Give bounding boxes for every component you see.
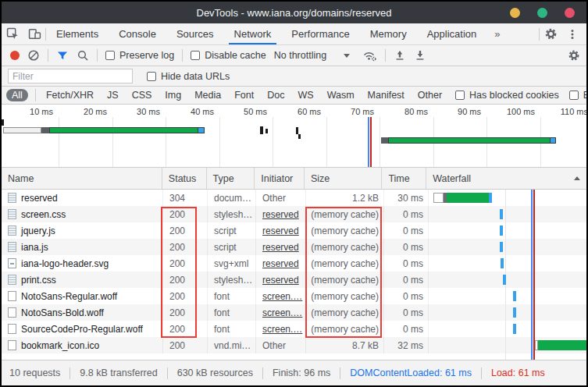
hide-data-urls-option[interactable]: Hide data URLs xyxy=(147,71,230,82)
settings-button[interactable] xyxy=(540,23,561,44)
column-header-time[interactable]: Time xyxy=(382,168,426,189)
has-blocked-cookies-checkbox[interactable] xyxy=(455,91,465,100)
device-toolbar-button[interactable] xyxy=(23,23,45,44)
column-header-waterfall[interactable]: Waterfall xyxy=(426,168,586,189)
overview-gridline xyxy=(112,117,113,167)
initiator-link[interactable]: reserved xyxy=(262,209,299,220)
type-filter-manifest[interactable]: Manifest xyxy=(365,89,408,101)
request-name-cell[interactable]: iana.js xyxy=(2,239,163,255)
initiator-link[interactable]: reserved xyxy=(262,275,299,286)
type-filter-js[interactable]: JS xyxy=(104,89,122,101)
blocked-requests-checkbox[interactable] xyxy=(569,91,579,100)
blocked-requests-option[interactable]: Blocked Requests xyxy=(569,90,586,101)
preserve-log-option[interactable]: Preserve log xyxy=(105,50,174,61)
waterfall-bar-green xyxy=(538,340,586,350)
disable-cache-checkbox[interactable] xyxy=(191,51,200,60)
filter-toggle-button[interactable] xyxy=(56,49,69,62)
inspect-element-button[interactable] xyxy=(2,23,23,44)
type-filter-ws[interactable]: WS xyxy=(294,89,316,101)
network-overview-timeline[interactable]: 10 ms20 ms30 ms40 ms50 ms60 ms70 ms80 ms… xyxy=(2,105,586,168)
tab-performance[interactable]: Performance xyxy=(281,23,359,44)
type-filter-css[interactable]: CSS xyxy=(129,89,155,101)
request-row[interactable]: iana-logo-header.svg200svg+xmlreserved(m… xyxy=(2,255,586,272)
request-row[interactable]: print.css200stylesh…reserved(memory cach… xyxy=(2,272,586,288)
has-blocked-cookies-option[interactable]: Has blocked cookies xyxy=(455,90,559,101)
separator xyxy=(182,49,183,62)
search-button[interactable] xyxy=(77,49,89,62)
tab-network[interactable]: Network xyxy=(224,23,282,44)
close-button[interactable] xyxy=(565,8,575,18)
overview-request-bar-pale xyxy=(3,127,41,133)
network-settings-button[interactable] xyxy=(568,49,580,62)
summary-item: 630 kB resources xyxy=(177,367,253,378)
tab-application[interactable]: Application xyxy=(417,23,487,44)
initiator-link[interactable]: reserved xyxy=(262,225,299,236)
filter-input[interactable] xyxy=(8,69,133,83)
waterfall-cell xyxy=(429,222,586,239)
type-filter-wasm[interactable]: Wasm xyxy=(324,89,358,101)
request-row[interactable]: NotoSans-Regular.woff200fontscreen.…(mem… xyxy=(2,288,586,304)
overview-tick-label: 40 ms xyxy=(191,107,214,116)
document-icon xyxy=(8,242,16,252)
initiator-link[interactable]: screen.… xyxy=(262,324,302,335)
preserve-log-checkbox[interactable] xyxy=(105,51,115,60)
column-header-initiator[interactable]: Initiator xyxy=(255,168,305,189)
blocked-requests-label: Blocked Requests xyxy=(583,90,586,101)
tab-console[interactable]: Console xyxy=(109,23,166,44)
network-conditions-button[interactable] xyxy=(362,49,377,62)
request-name-cell[interactable]: SourceCodePro-Regular.woff xyxy=(2,321,163,337)
tab-sources[interactable]: Sources xyxy=(166,23,224,44)
hide-data-urls-checkbox[interactable] xyxy=(147,72,156,81)
minimize-button[interactable] xyxy=(510,8,520,18)
request-name-cell[interactable]: print.css xyxy=(2,272,163,288)
tab-memory[interactable]: Memory xyxy=(360,23,417,44)
type-filter-fetch-xhr[interactable]: Fetch/XHR xyxy=(43,89,97,101)
record-network-log-button[interactable] xyxy=(10,51,20,60)
request-row[interactable]: SourceCodePro-Regular.woff200fontscreen.… xyxy=(2,321,586,337)
request-name-cell[interactable]: bookmark_icon.ico xyxy=(2,337,163,353)
request-name: reserved xyxy=(21,193,58,204)
initiator-link[interactable]: reserved xyxy=(262,258,299,269)
request-row[interactable]: iana.js200scriptreserved(memory cache)0 … xyxy=(2,239,586,255)
request-name-cell[interactable]: NotoSans-Regular.woff xyxy=(2,288,163,304)
request-row[interactable]: NotoSans-Bold.woff200fontscreen.…(memory… xyxy=(2,304,586,321)
request-name-cell[interactable]: jquery.js xyxy=(2,222,163,239)
type-filter-media[interactable]: Media xyxy=(191,89,224,101)
column-header-size[interactable]: Size xyxy=(305,168,382,189)
type-filter-other[interactable]: Other xyxy=(415,89,445,101)
throttling-select[interactable]: No throttling xyxy=(274,50,350,61)
request-name-cell[interactable]: iana-logo-header.svg xyxy=(2,255,163,272)
separator xyxy=(48,49,48,62)
devtools-menu-button[interactable] xyxy=(561,23,583,44)
request-table-header: NameStatusTypeInitiatorSizeTimeWaterfall xyxy=(2,168,586,190)
type-filter-all[interactable]: All xyxy=(6,89,28,101)
clear-network-log-button[interactable] xyxy=(27,49,40,62)
waterfall-bar-green xyxy=(447,193,489,203)
initiator-link[interactable]: screen.… xyxy=(262,291,302,302)
request-name-cell[interactable]: screen.css xyxy=(2,206,163,222)
request-row[interactable]: screen.css200stylesh…reserved(memory cac… xyxy=(2,206,586,222)
request-row[interactable]: reserved304docum…Other1.2 kB30 ms xyxy=(2,190,586,206)
request-name-cell[interactable]: reserved xyxy=(2,190,163,206)
column-header-status[interactable]: Status xyxy=(162,168,207,189)
request-row[interactable]: jquery.js200scriptreserved(memory cache)… xyxy=(2,222,586,239)
import-har-button[interactable] xyxy=(394,49,406,62)
throttling-value: No throttling xyxy=(274,50,326,61)
column-header-name[interactable]: Name xyxy=(2,168,162,189)
column-header-type[interactable]: Type xyxy=(207,168,255,189)
tab-elements[interactable]: Elements xyxy=(46,23,109,44)
more-tabs-button[interactable]: » xyxy=(486,23,508,44)
initiator-link[interactable]: reserved xyxy=(262,242,299,253)
type-filter-img[interactable]: Img xyxy=(162,89,184,101)
disable-cache-option[interactable]: Disable cache xyxy=(191,50,266,61)
export-har-button[interactable] xyxy=(414,49,426,62)
initiator-link[interactable]: screen.… xyxy=(262,307,302,318)
type-filter-font[interactable]: Font xyxy=(231,89,257,101)
request-row[interactable]: bookmark_icon.ico200vnd.mi…Other8.7 kB32… xyxy=(2,337,586,353)
type-cell: font xyxy=(208,288,256,304)
type-filter-doc[interactable]: Doc xyxy=(264,89,287,101)
request-name-cell[interactable]: NotoSans-Bold.woff xyxy=(2,304,163,321)
waterfall-cell xyxy=(429,190,586,206)
maximize-button[interactable] xyxy=(537,8,547,18)
window-title: DevTools - www.iana.org/domains/reserved xyxy=(197,7,392,19)
